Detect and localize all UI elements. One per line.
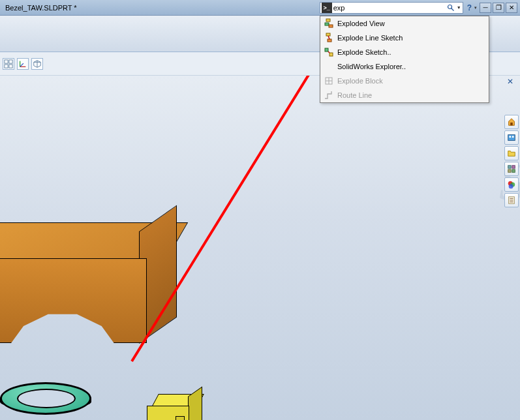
coordinate-system-icon[interactable] — [17, 58, 29, 70]
model-green-ring — [0, 382, 91, 420]
dropdown-item-label: Explode Block — [337, 77, 489, 85]
task-pane-toolbar — [504, 115, 520, 207]
route-line-icon — [320, 90, 337, 100]
help-icon[interactable]: ? — [467, 3, 472, 12]
model-orange-bezel — [0, 222, 189, 359]
svg-rect-3 — [9, 59, 12, 63]
command-search-box[interactable]: >_ ▼ — [320, 2, 463, 14]
document-title: Bezel_TAW.SLDPRT * — [3, 4, 77, 12]
viewport-3d[interactable]: ✕ S — [0, 76, 520, 420]
dropdown-item-label: Explode Line Sketch — [337, 34, 489, 42]
dropdown-item-explode-block: Explode Block — [320, 74, 489, 88]
svg-rect-22 — [510, 136, 512, 138]
dropdown-item-explode-line-sketch[interactable]: Explode Line Sketch — [320, 31, 489, 45]
dropdown-item-label: Exploded View — [337, 20, 489, 27]
svg-rect-4 — [5, 64, 8, 67]
svg-rect-5 — [9, 64, 12, 67]
isometric-view-icon[interactable] — [31, 58, 43, 70]
model-yellow-block — [147, 394, 206, 420]
custom-properties-icon[interactable] — [504, 193, 519, 207]
dropdown-item-label: SolidWorks Explorer.. — [337, 63, 489, 70]
explode-sketch-icon — [320, 47, 337, 57]
dropdown-item-solidworks-explorer[interactable]: SolidWorks Explorer.. — [320, 59, 489, 74]
svg-rect-2 — [5, 59, 8, 63]
view-palette-icon[interactable] — [504, 162, 519, 176]
svg-line-8 — [20, 63, 23, 67]
svg-rect-24 — [508, 166, 511, 168]
help-dropdown-arrow-icon[interactable]: ▾ — [474, 5, 478, 10]
exploded-view-icon — [320, 18, 337, 29]
command-search-dropdown: Exploded View Explode Line Sketch Explod… — [320, 16, 489, 103]
svg-point-30 — [509, 184, 513, 188]
file-explorer-icon[interactable] — [504, 146, 519, 160]
dropdown-item-explode-sketch[interactable]: Explode Sketch.. — [320, 45, 489, 59]
solidworks-resources-icon[interactable] — [504, 115, 519, 129]
svg-line-14 — [328, 36, 329, 39]
dropdown-item-exploded-view[interactable]: Exploded View — [320, 16, 489, 31]
search-icon[interactable] — [445, 3, 457, 13]
svg-rect-23 — [512, 136, 514, 138]
feature-tree-icon[interactable] — [3, 58, 14, 70]
search-dropdown-arrow-icon[interactable]: ▼ — [457, 5, 463, 10]
svg-rect-16 — [329, 53, 333, 56]
dropdown-item-route-line: Route Line — [320, 88, 489, 102]
svg-rect-13 — [328, 39, 331, 42]
design-library-icon[interactable] — [504, 130, 519, 145]
svg-rect-12 — [326, 33, 330, 36]
svg-rect-20 — [510, 123, 513, 125]
svg-rect-10 — [325, 23, 329, 25]
svg-line-1 — [451, 8, 453, 10]
svg-rect-11 — [329, 25, 333, 27]
svg-rect-26 — [508, 170, 511, 172]
restore-button[interactable]: ❐ — [493, 3, 504, 13]
dropdown-item-label: Explode Sketch.. — [337, 48, 489, 56]
svg-point-0 — [448, 5, 451, 8]
svg-rect-21 — [508, 135, 515, 141]
minimize-button[interactable]: ─ — [480, 3, 491, 13]
svg-rect-27 — [512, 170, 515, 172]
viewport-close-icon[interactable]: ✕ — [504, 77, 516, 86]
svg-rect-25 — [512, 166, 515, 168]
command-search-input[interactable] — [333, 3, 445, 13]
appearances-icon[interactable] — [504, 177, 519, 192]
command-search-prefix-icon: >_ — [322, 3, 332, 13]
svg-rect-9 — [326, 19, 330, 22]
svg-rect-15 — [325, 48, 328, 52]
dropdown-item-label: Route Line — [337, 91, 489, 99]
explode-block-icon — [320, 76, 337, 86]
explode-line-sketch-icon — [320, 33, 337, 43]
close-button[interactable]: ✕ — [506, 3, 517, 13]
